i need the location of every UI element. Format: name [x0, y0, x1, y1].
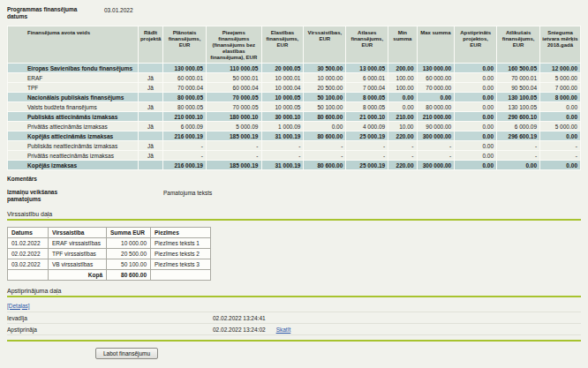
program-date-label: Programmas finansējuma datums: [7, 6, 88, 21]
cell: 70 000.05: [207, 102, 262, 112]
cell: -: [304, 141, 346, 151]
row-show-flag: [138, 131, 162, 141]
row-label: Privātās attiecināmās izmaksas: [8, 122, 139, 131]
cell: 10 000.05: [261, 93, 304, 102]
cell: 0.00: [540, 131, 581, 141]
funding-row: TPF Jā 70 000.04 60 000.04 10 000.04 20 …: [8, 83, 581, 93]
cell: -: [261, 151, 304, 161]
cell: 0.00: [455, 112, 497, 122]
edit-funding-button[interactable]: Labot finansējumu: [95, 348, 158, 359]
cell: 110 000.05: [207, 64, 262, 73]
funding-row: Kopējās attiecināmās izmaksas 216 000.19…: [8, 131, 581, 141]
footer-divider: [7, 340, 581, 342]
details-link[interactable]: [Detaļas]: [7, 303, 30, 309]
cell: [8, 269, 49, 280]
cell: 0.00: [540, 102, 581, 112]
approved-row: Apstiprināja 02.02.2022 13:24:02 Skatīt: [7, 324, 581, 335]
cell: [151, 269, 211, 280]
cell: -: [497, 141, 540, 151]
cell: 10.00: [388, 122, 417, 131]
row-label: Kopējās attiecināmās izmaksas: [8, 131, 139, 141]
row-show-flag: Jā: [138, 122, 162, 131]
cell: -: [163, 151, 207, 161]
cell: Piezīmes teksts 2: [151, 248, 211, 259]
funding-row: Publiskās neattiecināmās izmaksas Jā - -…: [8, 141, 581, 151]
virssaistiba-row: 03.02.2022 VB virssaistības 50 100.00 Pi…: [8, 259, 211, 269]
funding-table-header-row: Finansējuma avota veids Rādīt projektā P…: [8, 26, 581, 63]
column-header: Pieejams finansējums (finansējums bez el…: [207, 26, 262, 63]
cell: 80 000.05: [163, 102, 207, 112]
cell: 70 000.01: [497, 73, 540, 83]
column-header: Min summa: [388, 26, 417, 63]
reason-label: Izmaiņu veikšanas pamatojums: [7, 189, 163, 204]
cell: 20 000.05: [261, 64, 304, 73]
funding-total-row: Kopējās izmaksas 216 000.19 185 000.19 3…: [8, 161, 581, 170]
column-header: Apstiprināts projektos, EUR: [455, 26, 497, 63]
cell: 8 000.05: [346, 102, 388, 112]
funding-table: Finansējuma avota veids Rādīt projektā P…: [7, 26, 581, 170]
cell: 01.02.2022: [8, 237, 49, 248]
cell: 210.00: [388, 112, 417, 122]
column-header: Atlikušais finansējums, EUR: [497, 26, 540, 63]
cell: 31 000.19: [261, 161, 304, 170]
cell: 7 000.00: [540, 83, 581, 93]
comment-label-text: Komentārs: [7, 176, 37, 183]
comment-label: Komentārs: [7, 176, 163, 183]
cell: 12 000.00: [540, 64, 581, 73]
cell: 0.00: [455, 161, 497, 170]
cell: 0.00: [540, 161, 581, 170]
cell: 200.00: [388, 64, 417, 73]
cell: -: [540, 151, 581, 161]
cell: -: [346, 141, 388, 151]
cell: 7 000.04: [346, 83, 388, 93]
cell: 13 000.05: [346, 64, 388, 73]
cell: 80 600.00: [304, 131, 346, 141]
cell: 290 600.10: [497, 112, 540, 122]
cell: 03.02.2022: [8, 259, 49, 269]
cell: 0.00: [497, 161, 540, 170]
cell: 130 000.00: [417, 64, 455, 73]
cell: VB virssaistības: [49, 259, 107, 269]
approval-section-title: Apstiprinājuma daļa: [7, 288, 581, 294]
cell: 90 000.00: [417, 122, 455, 131]
approved-label: Apstiprināja: [7, 327, 213, 333]
cell: -: [388, 141, 417, 151]
reason-row: Izmaiņu veikšanas pamatojums Pamatojuma …: [7, 189, 581, 204]
funding-row: Privātās attiecināmās izmaksas Jā 6 000.…: [8, 122, 581, 131]
cell: 0.00: [455, 102, 497, 112]
cell: 0.00: [540, 112, 581, 122]
cell: 296 600.19: [497, 131, 540, 141]
cell: 130 100.05: [497, 93, 540, 102]
cell: 80 000.05: [163, 93, 207, 102]
funding-row: Publiskās attiecināmās izmaksas 210 000.…: [8, 112, 581, 122]
cell: 0.00: [455, 141, 497, 151]
funding-page: Programmas finansējuma datums 03.01.2022…: [0, 0, 588, 359]
cell: 6 000.01: [346, 73, 388, 83]
funding-row: Valsts budžeta finansējums Jā 80 000.05 …: [8, 102, 581, 112]
cell: 50 100.00: [107, 259, 151, 269]
cell: 60 000.01: [163, 73, 207, 83]
virssaistibas-section-title: Virssaistību daļa: [7, 211, 581, 217]
cell: 160 500.05: [497, 64, 540, 73]
row-show-flag: Jā: [138, 151, 162, 161]
cell: 0.00: [388, 102, 417, 112]
cell: -: [163, 141, 207, 151]
cell: -: [304, 151, 346, 161]
view-link[interactable]: Skatīt: [276, 327, 291, 333]
cell: 185 000.19: [207, 131, 262, 141]
cell: 25 000.19: [346, 161, 388, 170]
cell: 80 600.00: [304, 112, 346, 122]
cell: -: [207, 151, 262, 161]
cell: 216 000.19: [163, 131, 207, 141]
column-header: Piezīmes: [151, 227, 211, 237]
cell: Piezīmes teksts 1: [151, 237, 211, 248]
row-label: Eiropas Savienības fondu finansējums: [8, 64, 139, 73]
cell: 6 000.09: [163, 122, 207, 131]
cell: 10 000.00: [107, 237, 151, 248]
cell: 50 100.00: [304, 102, 346, 112]
row-show-flag: Jā: [138, 102, 162, 112]
cell: 0.00: [455, 93, 497, 102]
virssaistibas-header-row: Datums Virssaistība Summa EUR Piezīmes: [8, 227, 211, 237]
cell: -: [261, 141, 304, 151]
column-header: Max summa: [417, 26, 455, 63]
